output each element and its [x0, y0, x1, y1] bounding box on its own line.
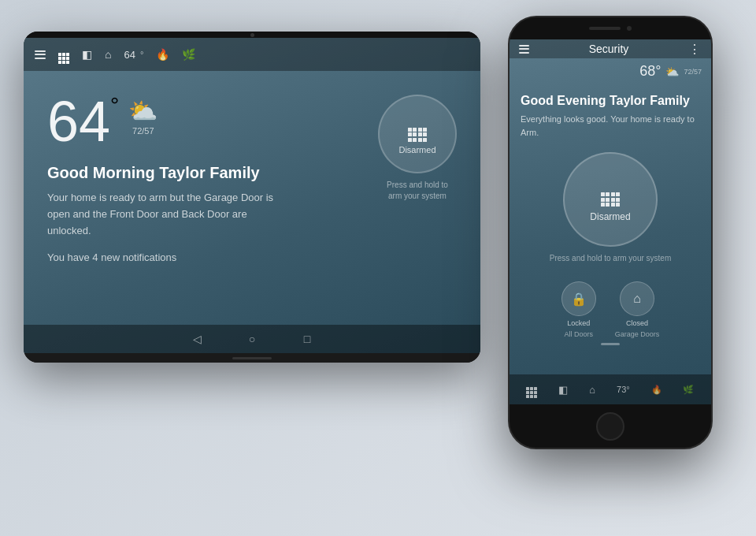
scene: ◧ ⌂ 64 ° 🔥 🌿 64 ° ⛅ 72/57 — [0, 0, 756, 536]
tablet-content: 64 ° ⛅ 72/57 Good Morning Taylor Family … — [24, 71, 480, 325]
phone-security-section: Disarmed Press and hold to arm your syst… — [521, 152, 700, 264]
phone-disarmed-button[interactable]: Disarmed — [563, 152, 658, 247]
thermostat-value: 64 — [124, 49, 135, 61]
tablet-camera — [250, 33, 254, 37]
phone-temperature: 68° — [639, 63, 661, 80]
phone-nav-home-icon[interactable]: ⌂ — [589, 384, 595, 396]
tablet-weather-range: 72/57 — [132, 126, 154, 136]
tablet-temperature: 64 — [47, 93, 110, 150]
phone-speaker — [589, 27, 621, 30]
garage-doors-item: ⌂ Closed Garage Doors — [615, 281, 660, 338]
camera-icon[interactable]: ◧ — [82, 48, 92, 61]
phone-nav-fire-icon[interactable]: 🔥 — [651, 385, 662, 395]
phone-bottom-bezel — [510, 404, 711, 448]
thermostat-unit: ° — [140, 50, 143, 59]
phone-statusbar: Security ⋮ — [510, 39, 711, 58]
phone-weather-range: 72/57 — [684, 68, 702, 76]
phone-disarmed-label: Disarmed — [590, 211, 630, 222]
phone-more-icon[interactable]: ⋮ — [688, 42, 702, 57]
tablet-message: Your home is ready to arm but the Garage… — [47, 190, 276, 239]
all-doors-item: 🔒 Locked All Doors — [561, 281, 596, 338]
scroll-dots — [601, 343, 620, 345]
phone-content: Good Evening Taylor Family Everything lo… — [510, 84, 711, 374]
phone-weather-bar: 68° ⛅ 72/57 — [510, 58, 711, 84]
tablet-nav: ◧ ⌂ 64 ° 🔥 🌿 — [24, 38, 480, 71]
phone-door-status: 🔒 Locked All Doors ⌂ Closed Garage Doors — [521, 281, 700, 338]
tablet-temp-unit: ° — [110, 93, 119, 118]
tablet-notifications: You have 4 new notifications — [47, 251, 457, 263]
recents-button[interactable]: □ — [299, 331, 315, 347]
tablet-disarmed-button[interactable]: Disarmed — [378, 95, 457, 173]
phone-top-bezel — [510, 17, 711, 39]
grid-nav-icon[interactable] — [58, 46, 69, 64]
phone-home-button[interactable] — [596, 412, 624, 441]
phone-title: Security — [589, 43, 629, 55]
tablet-security-panel: Disarmed Press and hold to arm your syst… — [378, 95, 457, 202]
tablet-screen: ◧ ⌂ 64 ° 🔥 🌿 64 ° ⛅ 72/57 — [24, 38, 480, 353]
weather-icon: ⛅ — [128, 99, 158, 123]
tablet-weather-icon-area: ⛅ 72/57 — [128, 93, 158, 136]
phone-security-icon — [601, 177, 621, 207]
phone-nav-grid-icon[interactable] — [526, 381, 537, 398]
phone-press-hold-text: Press and hold to arm your system — [550, 253, 672, 264]
tablet-top-bezel — [24, 32, 480, 38]
phone-scroll-indicator — [521, 338, 700, 350]
phone-screen: Security ⋮ 68° ⛅ 72/57 Good Evening Tayl… — [510, 39, 711, 404]
tablet-disarmed-label: Disarmed — [398, 145, 435, 154]
tablet-press-hold-text: Press and hold to arm your system — [382, 180, 453, 202]
phone-weather-icon: ⛅ — [665, 65, 679, 78]
home-security-icon[interactable]: ⌂ — [105, 48, 111, 61]
phone-nav-leaf-icon[interactable]: 🌿 — [683, 385, 694, 395]
all-doors-type: All Doors — [564, 330, 593, 338]
fire-icon[interactable]: 🔥 — [156, 48, 169, 61]
garage-doors-icon: ⌂ — [620, 281, 654, 316]
phone-power-button — [711, 96, 713, 128]
menu-icon[interactable] — [35, 50, 46, 59]
phone-navbar: ◧ ⌂ 73° 🔥 🌿 — [510, 374, 711, 404]
garage-doors-status: Closed — [626, 319, 648, 327]
phone-nav-thermostat-icon[interactable]: 73° — [617, 385, 630, 394]
phone-greeting: Good Evening Taylor Family — [521, 94, 700, 108]
garage-doors-type: Garage Doors — [615, 330, 660, 338]
leaf-icon[interactable]: 🌿 — [182, 48, 195, 61]
phone: Security ⋮ 68° ⛅ 72/57 Good Evening Tayl… — [508, 16, 713, 449]
phone-nav-camera-icon[interactable]: ◧ — [558, 384, 568, 396]
all-doors-status: Locked — [567, 319, 590, 327]
home-button[interactable]: ○ — [244, 331, 260, 347]
phone-message: Everything looks good. Your home is read… — [521, 113, 700, 140]
phone-front-camera — [627, 26, 632, 31]
back-button[interactable]: ◁ — [189, 331, 205, 347]
phone-menu-icon[interactable] — [519, 45, 529, 54]
tablet-security-icon — [408, 114, 428, 142]
tablet: ◧ ⌂ 64 ° 🔥 🌿 64 ° ⛅ 72/57 — [24, 32, 480, 363]
tablet-bottom-nav: ◁ ○ □ — [24, 325, 480, 353]
tablet-bottom-bezel — [24, 353, 480, 363]
all-doors-icon: 🔒 — [561, 281, 596, 316]
